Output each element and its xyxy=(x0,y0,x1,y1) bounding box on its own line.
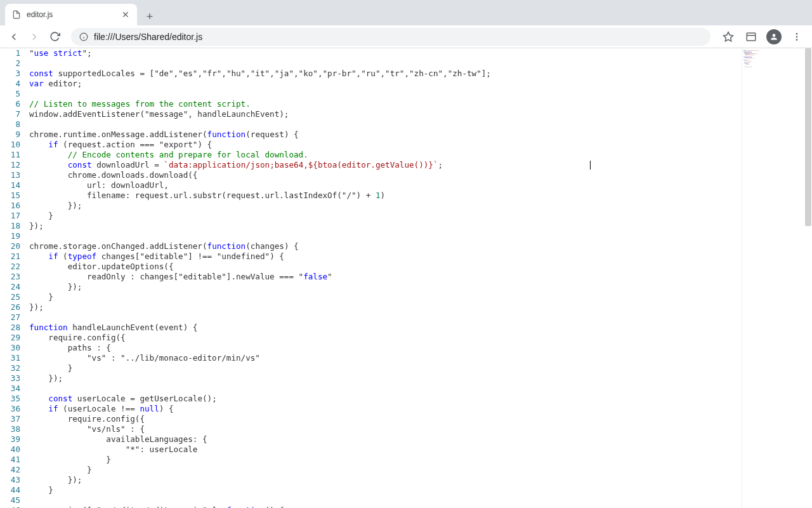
line-number: 8 xyxy=(0,119,20,130)
code-line[interactable]: "vs" : "../lib/monaco-editor/min/vs" xyxy=(29,353,742,363)
line-number: 6 xyxy=(0,99,20,109)
code-line[interactable]: }); xyxy=(29,302,742,312)
line-number: 5 xyxy=(0,89,20,99)
code-line[interactable]: availableLanguages: { xyxy=(29,434,742,444)
line-number: 28 xyxy=(0,323,20,333)
code-line[interactable]: if (userLocale !== null) { xyxy=(29,404,742,414)
code-line[interactable]: const supportedLocales = ["de","es","fr"… xyxy=(29,69,742,79)
code-line[interactable]: require.config({ xyxy=(29,414,742,424)
menu-icon[interactable] xyxy=(787,27,807,47)
line-number: 1 xyxy=(0,48,20,58)
code-line[interactable] xyxy=(29,312,742,323)
code-line[interactable]: }); xyxy=(29,475,742,485)
text-cursor xyxy=(590,161,591,170)
line-number: 24 xyxy=(0,282,20,292)
code-line[interactable] xyxy=(29,119,742,130)
line-number: 40 xyxy=(0,444,20,455)
reading-list-icon[interactable] xyxy=(741,27,761,47)
tab-title: editor.js xyxy=(27,10,115,19)
code-line[interactable]: var editor; xyxy=(29,79,742,89)
line-number: 46 xyxy=(0,505,20,508)
code-line[interactable]: // Listen to messages from the content s… xyxy=(29,99,742,109)
line-number: 31 xyxy=(0,353,20,363)
line-number: 4 xyxy=(0,79,20,89)
forward-button[interactable] xyxy=(25,28,43,46)
line-number: 2 xyxy=(0,58,20,69)
code-line[interactable]: // Encode contents and prepare for local… xyxy=(29,150,742,160)
line-number: 17 xyxy=(0,211,20,221)
line-number-gutter: 1234567891011121314151617181920212223242… xyxy=(0,48,29,508)
code-line[interactable] xyxy=(29,89,742,99)
back-button[interactable] xyxy=(5,28,23,46)
line-number: 32 xyxy=(0,363,20,373)
line-number: 30 xyxy=(0,343,20,353)
code-line[interactable]: "*": userLocale xyxy=(29,444,742,455)
code-line[interactable]: require.config({ xyxy=(29,333,742,343)
code-line[interactable] xyxy=(29,231,742,241)
code-line[interactable] xyxy=(29,384,742,394)
new-tab-button[interactable]: + xyxy=(141,8,159,25)
code-line[interactable]: } xyxy=(29,465,742,475)
code-line[interactable]: chrome.storage.onChanged.addListener(fun… xyxy=(29,241,742,251)
file-icon xyxy=(11,10,22,20)
line-number: 42 xyxy=(0,465,20,475)
line-number: 39 xyxy=(0,434,20,444)
code-line[interactable]: } xyxy=(29,363,742,373)
code-area[interactable]: "use strict"; const supportedLocales = [… xyxy=(29,48,742,508)
code-line[interactable]: require([ "vs/editor/editor.main" ], fun… xyxy=(29,505,742,508)
line-number: 37 xyxy=(0,414,20,424)
code-line[interactable]: editor.updateOptions({ xyxy=(29,262,742,272)
tab-strip: editor.js ✕ + xyxy=(0,0,812,25)
code-line[interactable]: }); xyxy=(29,373,742,384)
code-line[interactable]: if (request.action === "export") { xyxy=(29,140,742,150)
code-line[interactable]: "vs/nls" : { xyxy=(29,424,742,434)
vertical-scrollbar[interactable] xyxy=(803,48,812,508)
line-number: 18 xyxy=(0,221,20,231)
line-number: 45 xyxy=(0,495,20,505)
code-line[interactable] xyxy=(29,495,742,505)
code-line[interactable]: readOnly : changes["editable"].newValue … xyxy=(29,272,742,282)
svg-point-7 xyxy=(796,36,798,37)
code-line[interactable]: } xyxy=(29,292,742,302)
code-line[interactable]: url: downloadUrl, xyxy=(29,180,742,190)
bookmark-icon[interactable] xyxy=(718,27,738,47)
minimap[interactable] xyxy=(742,48,803,508)
line-number: 14 xyxy=(0,180,20,190)
line-number: 26 xyxy=(0,302,20,312)
code-line[interactable]: }); xyxy=(29,221,742,231)
code-line[interactable]: }); xyxy=(29,282,742,292)
code-line[interactable]: filename: request.url.substr(request.url… xyxy=(29,190,742,201)
code-line[interactable]: if (typeof changes["editable"] !== "unde… xyxy=(29,251,742,262)
scrollbar-thumb[interactable] xyxy=(805,48,811,226)
page-content: 1234567891011121314151617181920212223242… xyxy=(0,48,812,508)
code-line[interactable]: const userLocale = getUserLocale(); xyxy=(29,394,742,404)
line-number: 7 xyxy=(0,109,20,119)
code-line[interactable]: function handleLaunchEvent(event) { xyxy=(29,323,742,333)
code-line[interactable] xyxy=(29,58,742,69)
code-line[interactable]: } xyxy=(29,485,742,495)
code-line[interactable]: } xyxy=(29,455,742,465)
profile-button[interactable] xyxy=(764,27,784,47)
line-number: 36 xyxy=(0,404,20,414)
line-number: 38 xyxy=(0,424,20,434)
code-line[interactable]: chrome.runtime.onMessage.addListener(fun… xyxy=(29,130,742,140)
reload-button[interactable] xyxy=(46,28,63,46)
browser-tab[interactable]: editor.js ✕ xyxy=(5,4,137,25)
line-number: 19 xyxy=(0,231,20,241)
line-number: 22 xyxy=(0,262,20,272)
code-line[interactable]: "use strict"; xyxy=(29,48,742,58)
code-line[interactable]: const downloadUrl = `data:application/js… xyxy=(29,160,742,170)
code-line[interactable]: } xyxy=(29,211,742,221)
line-number: 43 xyxy=(0,475,20,485)
line-number: 10 xyxy=(0,140,20,150)
line-number: 33 xyxy=(0,373,20,384)
code-line[interactable]: paths : { xyxy=(29,343,742,353)
close-icon[interactable]: ✕ xyxy=(121,10,131,20)
code-editor[interactable]: 1234567891011121314151617181920212223242… xyxy=(0,48,742,508)
code-line[interactable]: chrome.downloads.download({ xyxy=(29,170,742,180)
line-number: 16 xyxy=(0,201,20,211)
address-bar[interactable]: file:///Users/Shared/editor.js xyxy=(71,28,710,46)
code-line[interactable]: window.addEventListener("message", handl… xyxy=(29,109,742,119)
code-line[interactable]: }); xyxy=(29,201,742,211)
svg-rect-4 xyxy=(747,33,756,41)
